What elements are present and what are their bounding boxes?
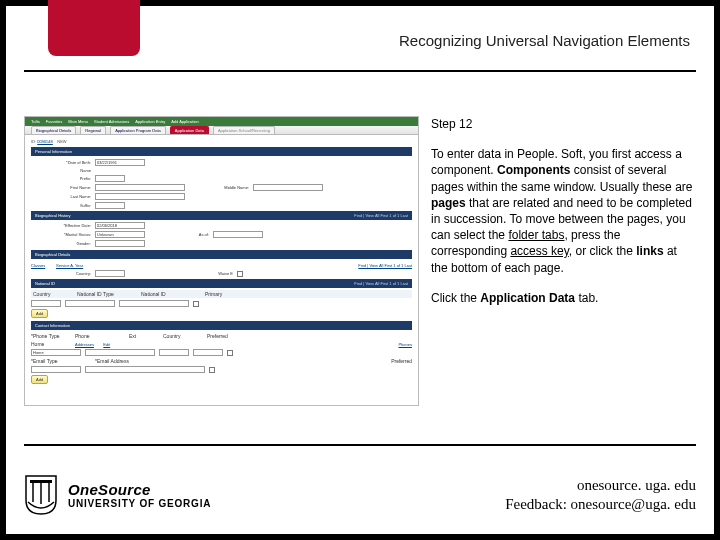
ss-input[interactable]	[95, 193, 185, 200]
footer-links: onesource. uga. edu Feedback: onesource@…	[505, 476, 696, 515]
paragraph: To enter data in People. Soft, you first…	[431, 146, 696, 276]
uga-shield-icon	[24, 474, 58, 516]
ss-input[interactable]	[213, 231, 263, 238]
ss-input[interactable]: 03/22/1991	[95, 159, 145, 166]
ss-grid-header: National IDFind | View All First 1 of 1 …	[31, 279, 412, 288]
top-divider	[24, 70, 696, 72]
ss-tab-active[interactable]: Application Data	[170, 126, 209, 134]
ss-input[interactable]	[95, 270, 125, 277]
ss-input[interactable]: 02/06/2018	[95, 222, 145, 229]
svg-rect-0	[30, 480, 52, 483]
logo-lockup: OneSource UNIVERSITY OF GEORGIA	[24, 474, 211, 516]
step-label: Step 12	[431, 116, 696, 132]
accent-tab	[48, 0, 140, 56]
ss-crumb: Student Admissions	[94, 119, 129, 124]
ss-section-header: Biographical Details	[31, 250, 412, 259]
instruction-column: Step 12 To enter data in People. Soft, y…	[431, 116, 696, 424]
ss-section-header: Contact Information	[31, 321, 412, 330]
footer: OneSource UNIVERSITY OF GEORGIA onesourc…	[24, 474, 696, 516]
ss-select[interactable]: Unknown	[95, 231, 145, 238]
ss-input[interactable]	[253, 184, 323, 191]
ss-topbar: Tufts Favorites Main Menu Student Admiss…	[25, 117, 418, 126]
paragraph: Click the Application Data tab.	[431, 290, 696, 306]
ss-crumb: Favorites	[46, 119, 62, 124]
onesource-wordmark: OneSource	[68, 481, 211, 498]
ss-section-header: Personal Information	[31, 147, 412, 156]
uga-wordmark: UNIVERSITY OF GEORGIA	[68, 498, 211, 509]
ss-crumb: Main Menu	[68, 119, 88, 124]
ss-brand: Tufts	[31, 119, 40, 124]
ss-input[interactable]	[95, 202, 125, 209]
footer-divider	[24, 444, 696, 446]
slide: Recognizing Universal Navigation Element…	[6, 6, 714, 534]
ss-crumb: Application Entry	[135, 119, 165, 124]
ss-checkbox[interactable]	[237, 271, 243, 277]
ss-crumb: Add Application	[171, 119, 199, 124]
ss-select[interactable]	[95, 240, 145, 247]
ss-tab[interactable]: Application Program Data	[110, 126, 166, 134]
ss-tab[interactable]: Biographical Details	[31, 126, 76, 134]
ss-tab[interactable]: Regional	[80, 126, 106, 134]
ss-input[interactable]	[95, 175, 125, 182]
page-title: Recognizing Universal Navigation Element…	[399, 32, 690, 49]
ss-section-header: Biographical HistoryFind | View All Firs…	[31, 211, 412, 220]
content-area: Tufts Favorites Main Menu Student Admiss…	[24, 116, 696, 424]
ss-new-label: NEW	[57, 139, 66, 144]
embedded-screenshot: Tufts Favorites Main Menu Student Admiss…	[24, 116, 419, 406]
ss-subrow: ID: 0096548 NEW	[31, 139, 412, 144]
ss-select[interactable]: Home	[31, 349, 81, 356]
footer-url: onesource. uga. edu	[505, 476, 696, 496]
footer-feedback: Feedback: onesource@uga. edu	[505, 495, 696, 515]
ss-tab[interactable]: Application School/Recruiting	[213, 126, 275, 134]
ss-add-button[interactable]: Add	[31, 309, 48, 318]
ss-body: ID: 0096548 NEW Personal Information *Da…	[25, 135, 418, 390]
ss-add-button[interactable]: Add	[31, 375, 48, 384]
ss-folder-tabs: Biographical Details Regional Applicatio…	[25, 126, 418, 135]
ss-input[interactable]	[95, 184, 185, 191]
logo-text: OneSource UNIVERSITY OF GEORGIA	[68, 481, 211, 509]
